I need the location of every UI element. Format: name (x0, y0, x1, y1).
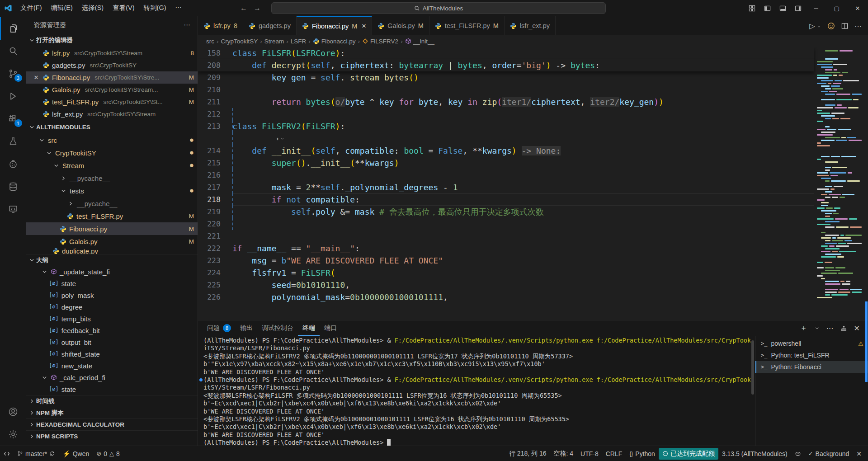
code-line[interactable]: 216 (198, 169, 814, 181)
panel-tab-终端[interactable]: 终端 (298, 320, 320, 336)
extensions-icon[interactable]: 1 (0, 108, 26, 130)
run-debug-icon[interactable] (0, 85, 26, 108)
tree-item-CrypTookitSY[interactable]: CrypTookitSY● (26, 146, 198, 159)
panel-more-icon[interactable]: ⋯ (826, 324, 834, 333)
clear-notification-icon[interactable]: ✕ (853, 448, 865, 460)
nav-back-icon[interactable]: ← (240, 4, 247, 12)
python-interpreter-status[interactable]: 3.13.5 (AllTheModules) (718, 448, 791, 460)
open-editor-item[interactable]: gadgets.pysrc\CrypTookitSY (26, 59, 198, 71)
code-line[interactable]: 221 (198, 230, 814, 242)
window-maximize-button[interactable]: ▢ (826, 0, 847, 16)
open-editor-item[interactable]: lsfr.pysrc\CrypTookitSY\Stream8 (26, 47, 198, 59)
outline-item-degree[interactable]: [∅]degree (26, 301, 198, 313)
window-minimize-button[interactable]: ─ (806, 0, 826, 16)
code-editor[interactable]: 158class FiLSFR(LSFRCore):208 def decryp… (198, 47, 868, 320)
terminal-tab-Python: test_FiLSFR[interactable]: >_Python: test_FiLSFR (755, 349, 868, 361)
outline-header[interactable]: 大纲 (26, 254, 198, 266)
code-line[interactable]: ✦ (198, 132, 814, 145)
grid-layout-icon[interactable] (744, 0, 760, 16)
encoding-status[interactable]: UTF-8 (577, 448, 602, 460)
source-control-icon[interactable]: 3 (0, 62, 26, 85)
code-line[interactable]: 223 msg = b"WE ARE DISCOVERED FLEE AT ON… (198, 254, 814, 267)
settings-icon[interactable] (0, 423, 26, 446)
panel-tab-端口[interactable]: 端口 (320, 320, 341, 336)
tab-gadgets.py[interactable]: gadgets.py (243, 16, 297, 35)
tab-lsfr.py[interactable]: lsfr.py8 (198, 16, 243, 35)
outline-item-shifted_state[interactable]: [∅]shifted_state (26, 348, 198, 360)
copilot-quota-status[interactable]: 已达到完成配额 (659, 448, 718, 460)
tree-item-src[interactable]: src● (26, 134, 198, 146)
tree-item-__pycache__[interactable]: __pycache__ (26, 197, 198, 210)
code-line[interactable]: 219 self.poly &= mask # 舍去最高位，最高位只用于决定多项… (198, 206, 814, 218)
menu-item-5[interactable]: ⋯ (171, 2, 186, 14)
outline-item-poly_mask[interactable]: [∅]poly_mask (26, 289, 198, 301)
problems-status[interactable]: ⊘0△8 (93, 448, 123, 460)
language-mode-status[interactable]: {}Python (626, 448, 659, 460)
tab-lsfr_ext.py[interactable]: lsfr_ext.py (505, 16, 556, 35)
search-icon[interactable] (0, 40, 26, 62)
maximize-panel-icon[interactable] (841, 325, 847, 331)
outline-item-_calc_period_fi[interactable]: _calc_period_fi (26, 372, 198, 383)
project-section-header[interactable]: ALLTHEMODULES (26, 120, 198, 134)
command-center-search[interactable]: AllTheModules (271, 2, 606, 14)
section-header-NPM SCRIPTS[interactable]: NPM SCRIPTS (26, 430, 198, 442)
terminal-output[interactable]: (AllTheModules) PS F:\CodePractice\AllTh… (198, 336, 750, 446)
terminal-profile-dropdown-icon[interactable] (815, 326, 819, 330)
outline-item-output_bit[interactable]: [∅]output_bit (26, 336, 198, 348)
close-editor-icon[interactable]: ✕ (33, 74, 40, 81)
section-header-HEXADECIMAL CALCULATOR[interactable]: HEXADECIMAL CALCULATOR (26, 419, 198, 430)
breadcrumb-item-Fibonacci.py[interactable]: Fibonacci.py (313, 38, 356, 45)
menu-item-0[interactable]: 文件(F) (16, 2, 46, 14)
outline-item-feedback_bit[interactable]: [∅]feedback_bit (26, 325, 198, 336)
sidebar-more-icon[interactable]: ⋯ (184, 21, 191, 28)
tree-item-Galois.py[interactable]: Galois.pyM (26, 235, 198, 248)
eol-status[interactable]: CRLF (602, 448, 626, 460)
breadcrumb-item-LSFR[interactable]: LSFR (291, 38, 307, 45)
split-editor-icon[interactable] (841, 23, 848, 29)
outline-item-state[interactable]: [∅]state (26, 278, 198, 289)
nav-forward-icon[interactable]: → (254, 4, 261, 12)
open-editor-item[interactable]: lsfr_ext.pysrc\CrypTookitSY\Stream (26, 108, 198, 120)
code-line[interactable]: 226 polynomial_mask=0b10000001000101111, (198, 291, 814, 303)
breadcrumb-item-CrypTookitSY[interactable]: CrypTookitSY (221, 38, 258, 45)
tree-item-tests[interactable]: tests● (26, 184, 198, 197)
panel-tab-问题[interactable]: 问题8 (203, 320, 236, 336)
qwen-status[interactable]: ⚡Qwen (59, 448, 93, 460)
code-line[interactable]: 215 super().__init__(**kwargs) (198, 157, 814, 169)
outline-item-new_state[interactable]: [∅]new_state (26, 360, 198, 372)
remote-indicator-icon[interactable] (0, 448, 14, 460)
toggle-panel-icon[interactable] (775, 0, 790, 16)
remote-explorer-icon[interactable] (0, 198, 26, 221)
scrollbar-highlight[interactable] (865, 301, 868, 382)
copilot-icon[interactable] (791, 448, 805, 460)
outline-item-_update_state_fi[interactable]: _update_state_fi (26, 266, 198, 278)
cursor-position-status[interactable]: 行 218, 列 16 (505, 448, 550, 460)
toggle-secondary-sidebar-icon[interactable] (790, 0, 806, 16)
run-python-file-button[interactable]: ▷ (809, 22, 821, 30)
outline-item-temp_bits[interactable]: [∅]temp_bits (26, 313, 198, 325)
chemistry-icon[interactable] (0, 153, 26, 175)
sticky-line[interactable]: 158class FiLSFR(LSFRCore): (198, 47, 814, 59)
tree-item-Stream[interactable]: Stream● (26, 159, 198, 172)
terminal-tab-Python: Fibonacci[interactable]: >_Python: Fibonacci (755, 361, 868, 373)
tab-test_FiLSFR.py[interactable]: test_FiLSFR.pyM (429, 16, 505, 35)
indentation-status[interactable]: 空格: 4 (550, 448, 577, 460)
terminal-scrollbar[interactable] (750, 336, 755, 446)
code-line[interactable]: 224 flsfrv1 = FiLSFR( (198, 267, 814, 279)
section-header-时间线[interactable]: 时间线 (26, 395, 198, 407)
new-terminal-icon[interactable]: ＋ (800, 324, 807, 333)
menu-item-2[interactable]: 选择(S) (78, 2, 108, 14)
open-editor-item[interactable]: test_FiLSFR.pysrc\CrypTookitSY\St...M (26, 96, 198, 108)
section-header-NPM 脚本[interactable]: NPM 脚本 (26, 407, 198, 419)
panel-tab-输出[interactable]: 输出 (236, 320, 257, 336)
breadcrumb-item-Stream[interactable]: Stream (264, 38, 284, 45)
breadcrumb-item-FiLSFRV2[interactable]: FiLSFRV2 (362, 38, 398, 45)
explorer-icon[interactable] (0, 17, 26, 40)
open-editor-item[interactable]: Galois.pysrc\CrypTookitSY\Stream...M (26, 84, 198, 96)
background-task-status[interactable]: ✓Background (805, 448, 853, 460)
panel-tab-调试控制台[interactable]: 调试控制台 (257, 320, 298, 336)
breadcrumb-item-src[interactable]: src (206, 38, 214, 45)
open-editors-header[interactable]: 打开的编辑器 (26, 33, 198, 47)
tree-item-test_FiLSFR.py[interactable]: test_FiLSFR.pyM (26, 210, 198, 222)
open-editor-item[interactable]: ✕Fibonacci.pysrc\CrypTookitSY\Stre...M (26, 71, 198, 84)
